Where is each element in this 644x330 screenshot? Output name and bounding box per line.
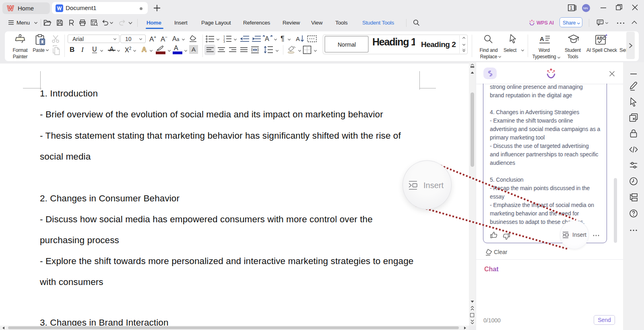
svg-text:A: A	[265, 35, 269, 42]
svg-text:ABC: ABC	[597, 36, 606, 41]
svg-text:1: 1	[570, 5, 573, 11]
svg-text:A: A	[296, 35, 300, 42]
svg-text:3: 3	[223, 40, 225, 43]
svg-text:A: A	[540, 35, 544, 42]
